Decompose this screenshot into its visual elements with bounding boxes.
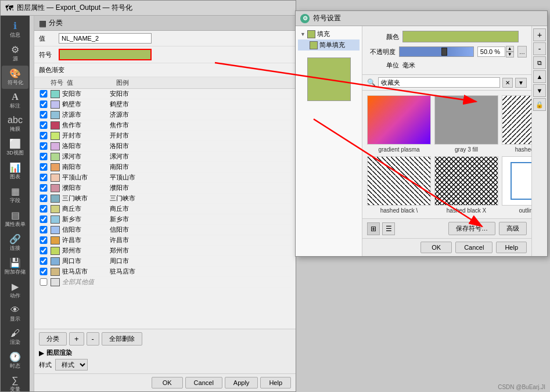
tree-fill-color [307,30,315,38]
render-icon: 🖌 [10,328,20,339]
sidebar-item-chart[interactable]: 📊 图表 [2,160,28,183]
tree-fill-item[interactable]: ▼ 填充 [298,28,360,39]
panel-apply-button[interactable]: Apply [225,377,258,389]
row-checkbox[interactable] [39,236,48,244]
row-color [51,90,60,98]
add-button[interactable]: + [69,332,84,346]
sidebar-item-info[interactable]: ℹ 信息 [2,18,28,41]
row-checkbox[interactable] [39,132,48,139]
row-checkbox[interactable] [39,247,48,254]
opacity-extra-btn[interactable]: … [517,46,527,57]
move-down-btn[interactable]: ▼ [533,84,546,97]
table-row: 漯河市 漯河市 [39,152,291,162]
unit-value: 毫米 [402,61,415,70]
save-symbol-button[interactable]: 保存符号… [448,222,495,235]
delete-all-button[interactable]: 全部删除 [102,332,142,346]
symbol-cancel-button[interactable]: Cancel [455,242,493,253]
row-checkbox-other[interactable] [39,278,48,286]
pattern-item-hashed-backslash[interactable]: hashed black \ [367,156,431,214]
sidebar-item-display[interactable]: 👁 显示 [2,303,28,325]
sidebar-item-storage[interactable]: 💾 附加存储 [2,255,28,278]
row-color-other [51,278,60,286]
sidebar-scrollbar[interactable] [30,16,34,391]
panel-ok-button[interactable]: OK [152,377,183,389]
pattern-item-gray-fill[interactable]: gray 3 fill [434,95,498,153]
pattern-item-outline-blue[interactable]: outline blue [502,156,531,214]
row-checkbox[interactable] [39,174,48,181]
sidebar: ℹ 信息 ⚙ 源 🎨 符号化 A 标注 abc 掩膜 [1,16,30,391]
lock-btn[interactable]: 🔒 [533,98,546,111]
sidebar-item-render[interactable]: 🖌 渲染 [2,326,28,348]
opacity-value-input[interactable] [477,46,505,57]
sidebar-item-fields[interactable]: ▦ 字段 [2,184,28,207]
add-symbol-layer-btn[interactable]: + [533,28,546,41]
duplicate-symbol-layer-btn[interactable]: ⧉ [533,56,546,69]
field-value-input[interactable] [59,33,152,44]
sidebar-item-join[interactable]: 🔗 连接 [2,231,28,254]
style-dropdown[interactable]: 样式 [55,359,88,371]
mask-icon: abc [8,115,23,125]
row-checkbox[interactable] [39,90,48,98]
remove-button[interactable]: - [87,332,99,346]
advanced-button[interactable]: 高级 [499,222,527,235]
row-checkbox[interactable] [39,153,48,160]
row-checkbox[interactable] [39,100,48,108]
vars-icon: ∑ [12,375,18,386]
sidebar-item-mask[interactable]: abc 掩膜 [2,113,28,135]
sidebar-item-symbolize[interactable]: 🎨 符号化 [2,66,28,89]
row-checkbox[interactable] [39,195,48,202]
row-checkbox[interactable] [39,121,48,129]
remove-symbol-layer-btn[interactable]: - [533,42,546,55]
move-up-btn[interactable]: ▲ [533,70,546,83]
svg-rect-3 [368,157,431,206]
opacity-thumb[interactable] [441,48,447,56]
row-color [51,257,60,265]
symbol-help-button[interactable]: Help [496,242,527,253]
table-row: 周口市 周口市 [39,256,291,267]
pattern-box-hashed-slash [502,95,531,145]
pattern-item-hashed-x[interactable]: hashed black X [434,156,498,214]
table-row: 鹤壁市 鹤壁市 [39,99,291,110]
sidebar-item-time[interactable]: 🕐 时态 [2,349,28,372]
search-input[interactable] [378,77,500,88]
layer-render-arrow[interactable]: ▶ [39,349,44,357]
row-checkbox[interactable] [39,215,48,223]
panel-cancel-button[interactable]: Cancel [185,377,222,389]
row-color [51,153,60,161]
search-options-btn[interactable]: ▼ [515,78,527,88]
row-checkbox[interactable] [39,226,48,233]
row-color [51,195,60,203]
row-checkbox[interactable] [39,163,48,171]
tree-simple-fill-item[interactable]: 简单填充 [298,39,360,51]
pattern-item-hashed-slash[interactable]: hashed black / [502,95,531,153]
row-checkbox[interactable] [39,268,48,275]
row-checkbox[interactable] [39,142,48,150]
style-row: 样式 样式 [39,359,291,371]
grid-view-btn[interactable]: ⊞ [367,222,380,235]
pattern-label-hashed-x: hashed black X [447,207,486,214]
color-preview[interactable] [402,31,519,42]
search-clear-btn[interactable]: ✕ [502,78,513,88]
panel-help-button[interactable]: Help [260,377,291,389]
symbol-preview-large [307,57,351,101]
opacity-up-btn[interactable]: ▲ [506,46,514,52]
attrform-icon: ▤ [11,210,20,221]
symbol-ok-button[interactable]: OK [420,242,452,253]
sidebar-item-label[interactable]: A 标注 [2,89,28,112]
opacity-slider[interactable] [399,46,474,57]
classify-button[interactable]: 分类 [39,332,67,346]
row-checkbox[interactable] [39,111,48,118]
sidebar-item-vars[interactable]: ∑ 变量 [2,373,28,391]
row-checkbox[interactable] [39,205,48,213]
symbol-preview-box[interactable] [59,49,152,60]
opacity-down-btn[interactable]: ▼ [506,52,514,57]
sidebar-item-attrform[interactable]: ▤ 属性表单 [2,207,28,231]
row-checkbox[interactable] [39,184,48,192]
list-view-btn[interactable]: ☰ [382,222,395,235]
sidebar-item-source[interactable]: ⚙ 源 [2,42,28,65]
row-checkbox[interactable] [39,257,48,265]
sidebar-item-3dview[interactable]: ⬜ 3D视图 [2,136,28,159]
pattern-label-gray: gray 3 fill [455,146,478,153]
sidebar-item-action[interactable]: ▶ 动作 [2,279,28,302]
pattern-item-gradient-plasma[interactable]: gradient plasma [367,95,431,153]
